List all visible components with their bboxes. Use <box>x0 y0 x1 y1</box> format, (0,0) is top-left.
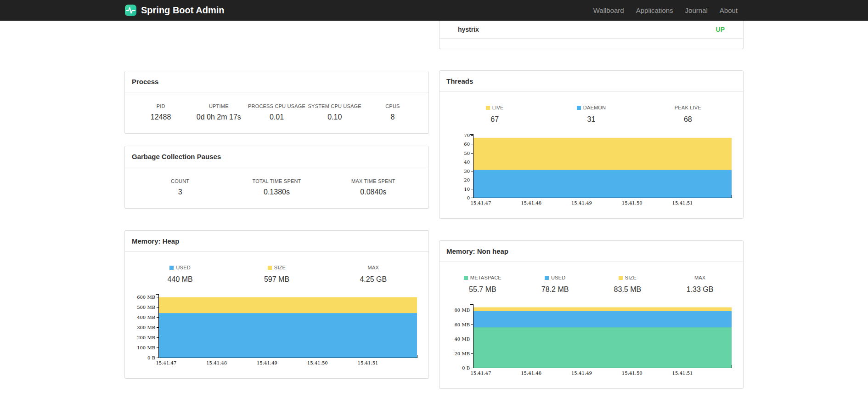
y-tick-label: 80 MB <box>455 308 470 313</box>
memory-heap-chart: 0 B100 MB200 MB300 MB400 MB500 MB600 MB1… <box>134 290 422 370</box>
y-tick-label: 10 <box>464 187 470 192</box>
metric-value: 0.10 <box>306 113 364 121</box>
metric-label: COUNT <box>132 178 228 184</box>
right-column: hystrix UP Threads LIVE67DAEMON31PEAK LI… <box>439 21 744 389</box>
metric-label: SYSTEM CPU USAGE <box>306 103 364 109</box>
metric-label: PID <box>132 103 190 109</box>
memory-nonheap-card-title: Memory: Non heap <box>440 241 743 262</box>
metric-value: 0.1380s <box>228 188 325 196</box>
legend-value: 1.33 GB <box>664 285 736 294</box>
main-content: Process PID12488UPTIME0d 0h 2m 17sPROCES… <box>124 21 744 389</box>
metric-value: 0.0840s <box>325 188 422 196</box>
metric-cpus: CPUS8 <box>364 103 422 121</box>
brand-title: Spring Boot Admin <box>141 5 224 16</box>
legend-label: USED <box>176 265 190 270</box>
legend-value: 55.7 MB <box>446 285 519 294</box>
legend-label-row: USED <box>132 263 228 271</box>
legend-item-size: SIZE597 MB <box>228 263 325 284</box>
metric-value: 0d 0h 2m 17s <box>190 113 248 121</box>
legend-value: 67 <box>446 115 543 124</box>
metric-count: COUNT3 <box>132 178 228 196</box>
nav-link-about[interactable]: About <box>714 6 744 14</box>
memory-heap-card: Memory: Heap USED440 MBSIZE597 MBMAX4.25… <box>124 230 429 379</box>
x-tick-label: 15:41:49 <box>571 200 592 205</box>
legend-label-row: MAX <box>325 263 422 271</box>
gc-card-title: Garbage Collection Pauses <box>125 146 428 167</box>
legend-item-size: SIZE83.5 MB <box>592 273 664 294</box>
legend-label-row: PEAK LIVE <box>640 103 736 111</box>
y-tick-label: 60 MB <box>455 322 470 327</box>
metric-label: PROCESS CPU USAGE <box>248 103 305 109</box>
legend-label: LIVE <box>492 105 504 110</box>
metric-value: 0.01 <box>248 113 305 121</box>
legend-swatch-icon <box>464 276 468 280</box>
nav-link-journal[interactable]: Journal <box>679 6 714 14</box>
process-card: Process PID12488UPTIME0d 0h 2m 17sPROCES… <box>124 71 429 134</box>
health-card-partial: hystrix UP <box>439 21 744 49</box>
metric-value: 8 <box>364 113 422 121</box>
metric-max-time-spent: MAX TIME SPENT0.0840s <box>325 178 422 196</box>
x-tick-label: 15:41:48 <box>206 360 227 365</box>
legend-value: 78.2 MB <box>519 285 592 294</box>
chart-area-used <box>159 313 417 358</box>
y-tick-label: 0 B <box>462 365 470 370</box>
brand-link[interactable]: Spring Boot Admin <box>124 4 224 17</box>
legend-swatch-icon <box>619 276 623 280</box>
metric-label: TOTAL TIME SPENT <box>228 178 325 184</box>
status-badge: UP <box>716 26 725 33</box>
legend-value: 597 MB <box>228 275 325 284</box>
legend-item-daemon: DAEMON31 <box>543 103 639 124</box>
x-tick-label: 15:41:47 <box>156 360 176 365</box>
legend-value: 83.5 MB <box>592 285 664 294</box>
y-tick-label: 400 MB <box>137 315 155 320</box>
y-tick-label: 70 <box>464 133 470 138</box>
process-card-title: Process <box>125 71 428 92</box>
y-tick-label: 60 <box>464 142 470 147</box>
legend-label: METASPACE <box>470 275 502 280</box>
legend-item-metaspace: METASPACE55.7 MB <box>446 273 519 294</box>
spring-boot-admin-logo-icon <box>124 4 137 17</box>
legend-label: SIZE <box>625 275 637 280</box>
x-tick-label: 15:41:48 <box>521 200 541 205</box>
legend-label-row: LIVE <box>446 103 543 111</box>
threads-card: Threads LIVE67DAEMON31PEAK LIVE68 010203… <box>439 70 744 219</box>
memory-nonheap-card: Memory: Non heap METASPACE55.7 MBUSED78.… <box>439 240 744 389</box>
y-tick-label: 600 MB <box>137 295 155 300</box>
legend-value: 4.25 GB <box>325 275 422 284</box>
legend-value: 440 MB <box>132 275 228 284</box>
legend-label-row: USED <box>519 273 592 281</box>
memory-heap-card-title: Memory: Heap <box>125 231 428 252</box>
y-tick-label: 0 <box>467 195 470 200</box>
metric-label: UPTIME <box>190 103 248 109</box>
legend-swatch-icon <box>268 266 272 270</box>
x-tick-label: 15:41:51 <box>672 370 693 376</box>
legend-label: USED <box>551 275 565 280</box>
legend-swatch-icon <box>169 266 174 270</box>
y-tick-label: 20 <box>464 177 470 182</box>
metric-pid: PID12488 <box>132 103 190 121</box>
memory-nonheap-chart: 0 B20 MB40 MB60 MB80 MB15:41:4715:41:481… <box>448 300 736 380</box>
nav-link-applications[interactable]: Applications <box>630 6 679 14</box>
process-metrics: PID12488UPTIME0d 0h 2m 17sPROCESS CPU US… <box>132 103 422 121</box>
health-row-hystrix: hystrix UP <box>440 21 743 39</box>
metric-system-cpu-usage: SYSTEM CPU USAGE0.10 <box>306 103 364 121</box>
legend-label-row: DAEMON <box>543 103 639 111</box>
y-tick-label: 20 MB <box>455 351 470 356</box>
legend-item-max: MAX1.33 GB <box>664 273 736 294</box>
legend-item-max: MAX4.25 GB <box>325 263 422 284</box>
legend-label: SIZE <box>274 265 286 270</box>
x-tick-label: 15:41:47 <box>470 370 491 376</box>
legend-label: MAX <box>694 275 705 280</box>
memory-nonheap-legend: METASPACE55.7 MBUSED78.2 MBSIZE83.5 MBMA… <box>446 273 736 294</box>
y-tick-label: 200 MB <box>137 335 155 340</box>
x-tick-label: 15:41:47 <box>470 200 491 205</box>
memory-heap-legend: USED440 MBSIZE597 MBMAX4.25 GB <box>132 263 422 284</box>
metric-value: 3 <box>132 188 228 196</box>
nav-links: Wallboard Applications Journal About <box>587 6 744 14</box>
legend-value: 31 <box>543 115 639 124</box>
legend-swatch-icon <box>545 276 549 280</box>
legend-value: 68 <box>640 115 736 124</box>
threads-chart: 01020304050607015:41:4715:41:4815:41:491… <box>448 130 736 210</box>
x-tick-label: 15:41:48 <box>521 370 541 376</box>
nav-link-wallboard[interactable]: Wallboard <box>587 6 630 14</box>
